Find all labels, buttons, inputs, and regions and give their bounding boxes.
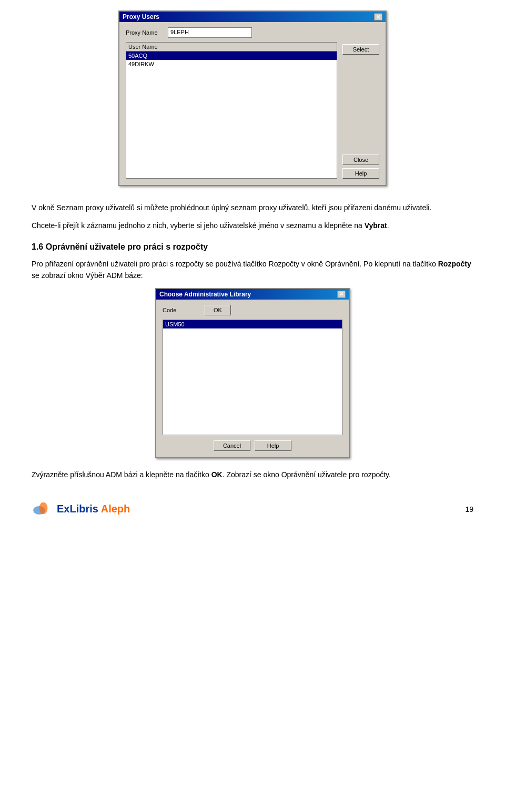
page-number: 19 (465, 505, 473, 513)
library-list[interactable]: USM50 (163, 320, 342, 435)
section-heading: 1.6 Oprávnění uživatele pro práci s rozp… (32, 242, 473, 252)
user-list[interactable]: User Name 50ACQ 49DIRKW (126, 42, 337, 179)
dialog-buttons: Select Close Help (342, 42, 379, 179)
body-text2-bold: Vybrat (365, 221, 387, 230)
list-item[interactable]: 49DIRKW (126, 60, 337, 68)
body-text3-bold: OK (211, 470, 223, 479)
list-item[interactable]: 50ACQ (126, 52, 337, 60)
logo-area: ExLibris Aleph (32, 501, 130, 517)
close-button-x[interactable]: ✕ (374, 13, 382, 20)
aleph-text: Aleph (101, 503, 130, 515)
body-text3-post: . Zobrazí se okno Oprávnění uživatele pr… (223, 470, 391, 479)
svg-point-1 (39, 502, 47, 514)
proxy-name-label: Proxy Name (126, 29, 168, 36)
proxy-users-titlebar: Proxy Users ✕ (119, 12, 386, 22)
body-text3-pre: Zvýrazněte příslušnou ADM bázi a klepnět… (32, 470, 211, 479)
section-text1-bold: Rozpočty (438, 260, 471, 268)
library-list-item[interactable]: USM50 (163, 320, 342, 328)
proxy-name-input[interactable]: 9LEPH (168, 27, 252, 38)
code-row: Code OK (163, 305, 342, 315)
code-label: Code (163, 307, 205, 313)
body-text2-post: . (387, 221, 389, 230)
section-text-1: Pro přiřazení oprávnění uživateli pro pr… (32, 258, 473, 282)
body-paragraph-1: V okně Seznam proxy uživatelů si můžete … (32, 202, 473, 213)
exlibris-logo-icon (32, 501, 53, 517)
ex-text: Ex (57, 503, 69, 515)
select-button[interactable]: Select (342, 44, 379, 55)
admin-dialog-main: USM50 (163, 320, 342, 435)
proxy-users-dialog: Proxy Users ✕ Proxy Name 9LEPH User Name… (118, 11, 387, 186)
body-text2-pre: Chcete-li přejít k záznamu jednoho z nic… (32, 221, 365, 230)
user-name-header: User Name (126, 43, 337, 52)
libris-text: Libris (69, 503, 98, 515)
section-text1-post: se zobrazí okno Výběr ADM báze: (32, 271, 143, 280)
close-button[interactable]: Close (342, 155, 379, 165)
admin-buttons-row: Cancel Help (163, 440, 342, 451)
ok-button-top[interactable]: OK (205, 305, 231, 315)
proxy-users-title: Proxy Users (123, 13, 159, 20)
admin-library-title: Choose Administrative Library (159, 291, 251, 298)
admin-library-titlebar: Choose Administrative Library ✕ (156, 289, 349, 300)
cancel-button[interactable]: Cancel (214, 440, 250, 451)
proxy-name-row: Proxy Name 9LEPH (126, 27, 379, 38)
page-footer: ExLibris Aleph 19 (32, 496, 473, 517)
dialog-main-area: User Name 50ACQ 49DIRKW Select Close Hel… (126, 42, 379, 179)
exlibris-text: ExLibris Aleph (57, 503, 130, 515)
body-paragraph-3: Zvýrazněte příslušnou ADM bázi a klepnět… (32, 469, 473, 480)
admin-close-button-x[interactable]: ✕ (337, 291, 346, 298)
help-button[interactable]: Help (342, 168, 379, 179)
body-paragraph-2: Chcete-li přejít k záznamu jednoho z nic… (32, 220, 473, 231)
help-button-2[interactable]: Help (255, 440, 291, 451)
admin-library-dialog: Choose Administrative Library ✕ Code OK … (155, 288, 350, 458)
section-text1-pre: Pro přiřazení oprávnění uživateli pro pr… (32, 260, 438, 268)
